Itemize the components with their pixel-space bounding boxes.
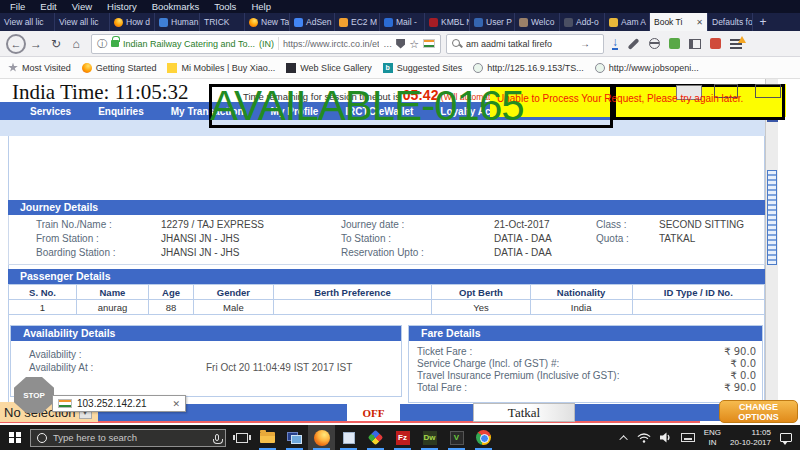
- passenger-cell: Yes: [432, 300, 530, 315]
- browser-tab[interactable]: How d: [110, 13, 155, 31]
- ip-address: 103.252.142.21: [77, 398, 147, 409]
- bookmark-item[interactable]: http://125.16.9.153/TS...: [473, 63, 584, 73]
- extension-grid-icon[interactable]: [710, 38, 721, 49]
- taskbar-firefox[interactable]: [308, 425, 335, 450]
- change-options-button[interactable]: CHANGE OPTIONS: [719, 400, 798, 423]
- off-toggle[interactable]: OFF: [347, 404, 400, 421]
- reload-button[interactable]: ↻: [46, 37, 66, 51]
- start-button[interactable]: [9, 432, 21, 444]
- menu-tools[interactable]: Tools: [214, 1, 236, 12]
- browser-tab[interactable]: Aam A: [605, 13, 650, 31]
- taskbar-virtualbox[interactable]: [335, 425, 362, 450]
- url-text[interactable]: https://www.irctc.co.in/eticketing: [283, 39, 379, 49]
- site-nav-enquiries[interactable]: Enquiries: [98, 106, 144, 117]
- taskbar-remote-desktop[interactable]: [281, 425, 308, 450]
- scrollbar-thumb[interactable]: [767, 170, 777, 265]
- browser-tab[interactable]: Book Ti✕: [650, 13, 708, 31]
- passenger-cell: [273, 300, 432, 315]
- sidebar-icon[interactable]: [689, 39, 701, 49]
- browser-tab[interactable]: EC2 M: [335, 13, 380, 31]
- passenger-cell: anurag: [77, 300, 149, 315]
- toolbar-icons: ↓: [612, 37, 742, 50]
- browser-tab[interactable]: TRICK: [200, 13, 245, 31]
- wifi-icon[interactable]: [637, 432, 651, 443]
- menu-history[interactable]: History: [107, 1, 137, 12]
- tab-label: View all lic: [59, 17, 99, 27]
- taskbar-dreamweaver[interactable]: Dw: [416, 425, 443, 450]
- page-scrollbar[interactable]: [765, 79, 778, 404]
- fare-label: Travel Insurance Premium (Inclusive of G…: [417, 370, 619, 381]
- search-input[interactable]: [466, 39, 576, 49]
- site-identity[interactable]: Indian Railway Catering and To...: [123, 39, 255, 49]
- shield-icon[interactable]: [396, 39, 405, 49]
- journey-details-section: Journey Details Train No./Name :12279 / …: [8, 200, 765, 265]
- menu-view[interactable]: View: [72, 1, 92, 12]
- page-info-icon[interactable]: ⓘ: [97, 37, 107, 51]
- taskbar-chrome[interactable]: [470, 425, 497, 450]
- browser-tab[interactable]: AdSen: [290, 13, 335, 31]
- action-center-icon[interactable]: [780, 433, 792, 442]
- addon-puzzle-icon[interactable]: [669, 38, 680, 49]
- tatkal-button[interactable]: Tatkal: [473, 403, 575, 422]
- forward-button[interactable]: →: [26, 37, 46, 51]
- taskbar-vmware[interactable]: V: [443, 425, 470, 450]
- browser-tab[interactable]: View all lic: [55, 13, 110, 31]
- vmware-icon: V: [450, 431, 464, 445]
- language-indicator[interactable]: ENGIN: [704, 428, 721, 447]
- browser-tab[interactable]: New Ta: [245, 13, 290, 31]
- tab-label: Mail -: [396, 17, 417, 27]
- tray-expand-icon[interactable]: [619, 435, 627, 443]
- tab-label: Welco: [531, 17, 554, 27]
- back-button[interactable]: ←: [6, 34, 26, 54]
- error-message: Unable to Process Your Request, Please t…: [497, 93, 789, 104]
- task-view-icon[interactable]: [236, 433, 248, 443]
- availability-details-box: Availability Details Availability :Avail…: [10, 325, 402, 397]
- home-button[interactable]: ⌂: [66, 37, 86, 51]
- taskbar-file-explorer[interactable]: [254, 425, 281, 450]
- virtualbox-icon: [343, 432, 355, 444]
- menu-edit[interactable]: Edit: [40, 1, 56, 12]
- page-actions-icon[interactable]: …: [383, 39, 392, 49]
- tooltip-close-icon[interactable]: ✕: [172, 399, 180, 409]
- tab-label: Add-o: [576, 17, 599, 27]
- bookmark-item[interactable]: bSuggested Sites: [383, 63, 463, 73]
- wrench-icon[interactable]: [627, 37, 639, 49]
- browser-tab[interactable]: KMBL Net: [425, 13, 470, 31]
- microphone-icon[interactable]: [215, 434, 219, 441]
- browser-tab[interactable]: View all lic: [0, 13, 55, 31]
- globe-icon[interactable]: [649, 38, 660, 49]
- menu-help[interactable]: Help: [251, 1, 271, 12]
- touch-keyboard-icon[interactable]: [681, 433, 695, 442]
- bookmark-item[interactable]: Web Slice Gallery: [286, 63, 371, 73]
- tab-favicon: [114, 18, 123, 27]
- browser-tab[interactable]: Mail -: [380, 13, 425, 31]
- browser-tab[interactable]: Defaults fo: [708, 13, 753, 31]
- bookmark-item[interactable]: Most Visited: [8, 63, 71, 73]
- browser-toolbar: ← → ↻ ⌂ ⓘ Indian Railway Catering and To…: [0, 31, 800, 57]
- bookmark-star-icon[interactable]: ☆: [409, 39, 419, 49]
- bookmark-item[interactable]: Mi Mobiles | Buy Xiao...: [167, 63, 275, 73]
- bookmark-item[interactable]: http://www.jobsopeni...: [595, 63, 699, 73]
- taskbar-design-tool[interactable]: [362, 425, 389, 450]
- browser-tab[interactable]: Add-o: [560, 13, 605, 31]
- browser-tab[interactable]: Welco: [515, 13, 560, 31]
- tab-close-icon[interactable]: ✕: [696, 18, 703, 27]
- site-nav-services[interactable]: Services: [30, 106, 71, 117]
- taskbar-filezilla[interactable]: Fz: [389, 425, 416, 450]
- volume-icon[interactable]: [660, 432, 672, 443]
- download-icon[interactable]: ↓: [612, 37, 618, 50]
- address-bar[interactable]: ⓘ Indian Railway Catering and To... (IN)…: [91, 34, 441, 54]
- menu-file[interactable]: File: [10, 1, 25, 12]
- tab-label: View all lic: [4, 17, 44, 27]
- taskbar-search[interactable]: Type here to search: [30, 429, 226, 447]
- browser-tab[interactable]: Human: [155, 13, 200, 31]
- menu-hamburger-icon[interactable]: [730, 39, 742, 49]
- tab-label: KMBL Net: [441, 17, 470, 27]
- bookmark-item[interactable]: Getting Started: [82, 63, 157, 73]
- taskbar-clock[interactable]: 11:0520-10-2017: [730, 428, 771, 447]
- search-go-icon[interactable]: →: [580, 38, 590, 49]
- search-bar[interactable]: →: [446, 34, 604, 54]
- browser-tab[interactable]: User P: [470, 13, 515, 31]
- new-tab-button[interactable]: +: [753, 13, 773, 31]
- menu-bookmarks[interactable]: Bookmarks: [152, 1, 200, 12]
